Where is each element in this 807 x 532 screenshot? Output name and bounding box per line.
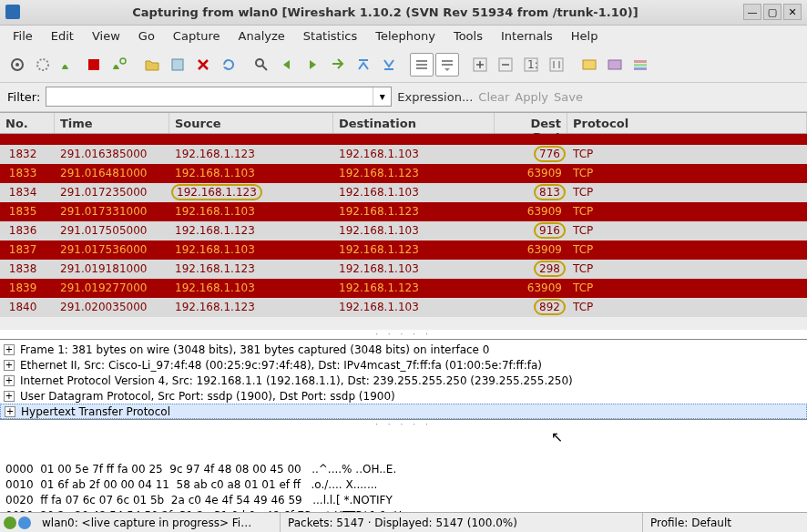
packet-row[interactable]: 1836291.017505000192.168.1.123192.168.1.…	[0, 221, 807, 240]
col-source[interactable]: Source	[169, 113, 333, 133]
capture-info-icon[interactable]	[18, 517, 31, 529]
svg-rect-10	[442, 60, 453, 62]
resize-columns-icon[interactable]	[545, 53, 568, 77]
capture-filters-icon[interactable]	[577, 53, 601, 77]
status-packets: Packets: 5147 · Displayed: 5147 (100.0%)	[281, 513, 643, 532]
menu-internals[interactable]: Internals	[492, 26, 562, 46]
menu-telephony[interactable]: Telephony	[366, 26, 444, 46]
reload-icon[interactable]	[217, 53, 240, 77]
zoom-in-icon[interactable]	[468, 53, 492, 77]
display-filters-icon[interactable]	[603, 53, 627, 77]
packet-row[interactable]	[0, 134, 807, 145]
menu-capture[interactable]: Capture	[164, 26, 230, 46]
tree-item[interactable]: +Frame 1: 381 bytes on wire (3048 bits),…	[0, 342, 807, 357]
col-destination[interactable]: Destination	[333, 113, 495, 133]
menubar: FileEditViewGoCaptureAnalyzeStatisticsTe…	[0, 26, 807, 47]
svg-rect-20	[634, 64, 647, 66]
restart-capture-icon[interactable]	[107, 53, 131, 77]
find-icon[interactable]	[250, 53, 273, 77]
status-profile[interactable]: Profile: Default	[643, 513, 807, 532]
expand-icon[interactable]: +	[5, 406, 15, 417]
expand-icon[interactable]: +	[4, 375, 15, 386]
filter-input-container: ▾	[46, 87, 392, 107]
menu-statistics[interactable]: Statistics	[294, 26, 366, 46]
jump-to-icon[interactable]	[326, 53, 350, 77]
apply-button[interactable]: Apply	[515, 90, 548, 104]
expand-icon[interactable]: +	[4, 391, 15, 402]
filter-bar: Filter: ▾ Expression... Clear Apply Save	[0, 83, 807, 112]
menu-view[interactable]: View	[83, 26, 129, 46]
options-icon[interactable]	[31, 53, 55, 77]
window-title: Capturing from wlan0 [Wireshark 1.10.2 (…	[27, 5, 743, 19]
svg-rect-17	[583, 60, 596, 69]
colorize-icon[interactable]	[410, 53, 434, 77]
packet-list-header: No. Time Source Destination Dest Port Pr…	[0, 112, 807, 134]
tree-item[interactable]: +Ethernet II, Src: Cisco-Li_97:4f:48 (00…	[0, 357, 807, 373]
col-protocol[interactable]: Protocol	[567, 113, 807, 133]
filter-label: Filter:	[7, 90, 40, 104]
close-file-icon[interactable]	[191, 53, 215, 77]
maximize-button[interactable]: ▢	[763, 4, 781, 20]
menu-analyze[interactable]: Analyze	[230, 26, 294, 46]
go-back-icon[interactable]	[275, 53, 299, 77]
coloring-rules-icon[interactable]	[628, 53, 652, 77]
packet-row[interactable]: 1837291.017536000192.168.1.103192.168.1.…	[0, 240, 807, 260]
pane-divider[interactable]: · · · · ·	[0, 330, 807, 339]
col-no[interactable]: No.	[0, 113, 55, 133]
svg-point-6	[256, 59, 263, 66]
interfaces-icon[interactable]	[5, 53, 29, 77]
packet-row[interactable]: 1840291.020035000192.168.1.123192.168.1.…	[0, 298, 807, 317]
zoom-out-icon[interactable]	[494, 53, 517, 77]
status-capture: wlan0: <live capture in progress> Fi…	[35, 513, 281, 532]
svg-rect-16	[550, 58, 563, 71]
packet-details[interactable]: +Frame 1: 381 bytes on wire (3048 bits),…	[0, 339, 807, 420]
col-dest-port[interactable]: Dest Port	[495, 113, 567, 133]
packet-row[interactable]: 1835291.017331000192.168.1.103192.168.1.…	[0, 202, 807, 221]
menu-go[interactable]: Go	[129, 26, 164, 46]
menu-tools[interactable]: Tools	[444, 26, 492, 46]
packet-row[interactable]: 1838291.019181000192.168.1.123192.168.1.…	[0, 260, 807, 279]
start-capture-icon[interactable]	[56, 53, 80, 77]
go-last-icon[interactable]	[377, 53, 401, 77]
menu-file[interactable]: File	[4, 26, 42, 46]
col-time[interactable]: Time	[55, 113, 169, 133]
expression-button[interactable]: Expression...	[397, 90, 473, 104]
expand-icon[interactable]: +	[4, 360, 15, 371]
titlebar: Capturing from wlan0 [Wireshark 1.10.2 (…	[0, 0, 807, 26]
stop-capture-icon[interactable]	[82, 53, 106, 77]
save-file-icon[interactable]	[166, 53, 189, 77]
svg-rect-8	[416, 64, 427, 66]
svg-rect-5	[172, 59, 183, 70]
zoom-reset-icon[interactable]: 1:1	[519, 53, 543, 77]
hex-line: 0020 ff fa 07 6c 07 6c 01 5b 2a c0 4e 4f…	[5, 493, 802, 508]
svg-rect-19	[634, 60, 647, 63]
cursor-icon: ↖	[551, 429, 563, 445]
filter-dropdown-icon[interactable]: ▾	[373, 87, 391, 106]
go-first-icon[interactable]	[352, 53, 375, 77]
packet-bytes[interactable]: ↖ 0000 01 00 5e 7f ff fa 00 25 9c 97 4f …	[0, 429, 807, 512]
tree-item-selected[interactable]: +Hypertext Transfer Protocol	[0, 404, 807, 419]
packet-row[interactable]: 1839291.019277000192.168.1.103192.168.1.…	[0, 279, 807, 298]
menu-edit[interactable]: Edit	[42, 26, 83, 46]
packet-row[interactable]: 1833291.016481000192.168.1.103192.168.1.…	[0, 164, 807, 183]
svg-rect-3	[88, 59, 99, 70]
packet-row[interactable]: 1834291.017235000192.168.1.123192.168.1.…	[0, 183, 807, 202]
clear-button[interactable]: Clear	[478, 90, 509, 104]
save-button[interactable]: Save	[554, 90, 583, 104]
filter-input[interactable]	[46, 90, 373, 103]
menu-help[interactable]: Help	[562, 26, 608, 46]
expert-info-icon[interactable]	[4, 517, 16, 529]
statusbar: wlan0: <live capture in progress> Fi… Pa…	[0, 512, 807, 532]
open-file-icon[interactable]	[140, 53, 164, 77]
svg-rect-11	[442, 64, 453, 66]
tree-item[interactable]: +User Datagram Protocol, Src Port: ssdp …	[0, 388, 807, 404]
packet-row[interactable]: 1832291.016385000192.168.1.123192.168.1.…	[0, 145, 807, 164]
pane-divider[interactable]: · · · · ·	[0, 420, 807, 429]
close-button[interactable]: ✕	[783, 4, 802, 20]
auto-scroll-icon[interactable]	[435, 53, 459, 77]
packet-list[interactable]: 1832291.016385000192.168.1.123192.168.1.…	[0, 134, 807, 330]
expand-icon[interactable]: +	[4, 344, 15, 355]
tree-item[interactable]: +Internet Protocol Version 4, Src: 192.1…	[0, 373, 807, 388]
go-forward-icon[interactable]	[301, 53, 324, 77]
minimize-button[interactable]: —	[743, 4, 761, 20]
